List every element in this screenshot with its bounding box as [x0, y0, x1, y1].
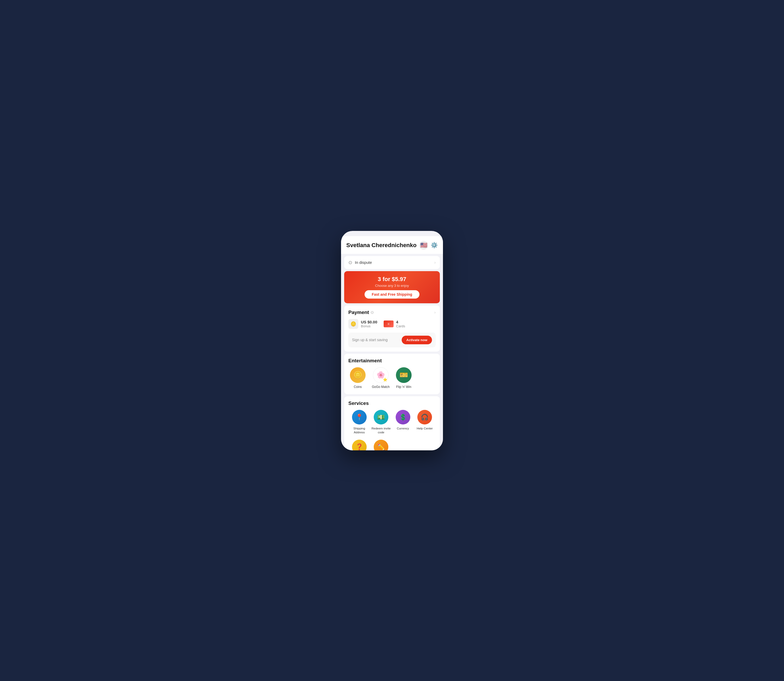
dispute-text: In dispute [355, 260, 372, 264]
activate-row: Sign up & start saving Activate now [348, 333, 436, 347]
cards-item: ≡ 4 Cards [384, 320, 405, 328]
header: Svetlana Cherednichenko 🇺🇸 ⚙️ [341, 236, 443, 254]
coins-label: Coins [354, 385, 362, 389]
app-suggestion-item[interactable]: ✏️ App Suggestion [370, 440, 392, 450]
shipping-label: Shipping Address [348, 426, 370, 434]
promo-banner[interactable]: 3 for $5.97 Choose any 3 to enjoy Fast a… [344, 271, 440, 303]
cards-label: Cards [396, 324, 405, 328]
payment-chevron: › [434, 310, 436, 315]
entertainment-section: Entertainment 🪙 Coins 🌸 ⭐ GoGo Match [344, 354, 440, 394]
flipwin-label: Flip 'n' Win [396, 385, 411, 389]
redeem-invite-item[interactable]: 💵 Redeem invite code [370, 410, 392, 434]
entertainment-title: Entertainment [348, 358, 382, 364]
bonus-info: US $0.00 Bonus [361, 320, 378, 328]
shipping-address-item[interactable]: 📍 Shipping Address [348, 410, 370, 434]
payment-title: Payment [348, 310, 369, 315]
services-grid: 📍 Shipping Address 💵 Redeem invite code … [348, 410, 436, 450]
flipwin-icon-circle: 🎫 [396, 367, 412, 383]
bonus-icon: 🪙 [348, 319, 358, 329]
flipwin-item[interactable]: 🎫 Flip 'n' Win [394, 367, 413, 389]
dispute-chevron: › [434, 260, 436, 265]
settings-icon[interactable]: ⚙️ [431, 242, 438, 249]
bonus-value: US $0.00 [361, 320, 378, 324]
currency-icon: 💲 [396, 410, 410, 424]
banner-subtitle: Choose any 3 to enjoy [348, 283, 436, 288]
qa-icon: ❓ [352, 440, 367, 450]
helpcenter-label: Help Center [417, 426, 433, 431]
coins-icon-circle: 🪙 [350, 367, 366, 383]
cards-count: 4 [396, 320, 405, 324]
qa-item[interactable]: ❓ Questions & Answers [348, 440, 370, 450]
payment-section: Payment ⊙ › 🪙 US $0.00 Bonus ≡ [344, 306, 440, 352]
currency-label: Currency [397, 426, 409, 431]
cards-info: 4 Cards [396, 320, 405, 328]
services-section: Services 📍 Shipping Address 💵 Redeem inv… [344, 396, 440, 450]
coins-item[interactable]: 🪙 Coins [348, 367, 367, 389]
banner-title: 3 for $5.97 [348, 276, 436, 283]
gogomatch-icon-circle: 🌸 ⭐ [373, 367, 389, 383]
username: Svetlana Cherednichenko [346, 242, 417, 249]
appsuggestion-icon: ✏️ [374, 440, 388, 450]
phone-shell: Svetlana Cherednichenko 🇺🇸 ⚙️ ⊙ In dispu… [341, 231, 443, 450]
flag-icon[interactable]: 🇺🇸 [419, 241, 428, 250]
gogomatch-label: GoGo Match [372, 385, 390, 389]
dispute-row[interactable]: ⊙ In dispute › [344, 256, 440, 269]
entertainment-grid: 🪙 Coins 🌸 ⭐ GoGo Match 🎫 Flip 'n' Win [348, 367, 436, 389]
gogomatch-item[interactable]: 🌸 ⭐ GoGo Match [371, 367, 390, 389]
signup-text: Sign up & start saving [352, 338, 387, 342]
payment-header: Payment ⊙ › [348, 310, 436, 315]
dispute-icon: ⊙ [348, 260, 352, 265]
dispute-left: ⊙ In dispute [348, 260, 372, 265]
banner-cta[interactable]: Fast and Free Shipping [365, 290, 420, 299]
services-header: Services [348, 401, 436, 406]
bonus-label: Bonus [361, 324, 378, 328]
payment-title-row: Payment ⊙ [348, 310, 374, 315]
activate-button[interactable]: Activate now [402, 336, 432, 344]
bonus-item: 🪙 US $0.00 Bonus [348, 319, 378, 329]
entertainment-header: Entertainment [348, 358, 436, 364]
redeem-icon: 💵 [374, 410, 388, 424]
redeem-label: Redeem invite code [370, 426, 392, 434]
header-icons: 🇺🇸 ⚙️ [419, 241, 438, 250]
screen: Svetlana Cherednichenko 🇺🇸 ⚙️ ⊙ In dispu… [341, 236, 443, 450]
services-title: Services [348, 401, 369, 406]
payment-info-icon[interactable]: ⊙ [371, 310, 374, 315]
currency-item[interactable]: 💲 Currency [392, 410, 414, 434]
shipping-icon: 📍 [352, 410, 367, 424]
help-center-item[interactable]: 🎧 Help Center [414, 410, 436, 434]
payment-row: 🪙 US $0.00 Bonus ≡ 4 Cards [348, 319, 436, 329]
helpcenter-icon: 🎧 [417, 410, 432, 424]
card-icon: ≡ [384, 320, 394, 327]
